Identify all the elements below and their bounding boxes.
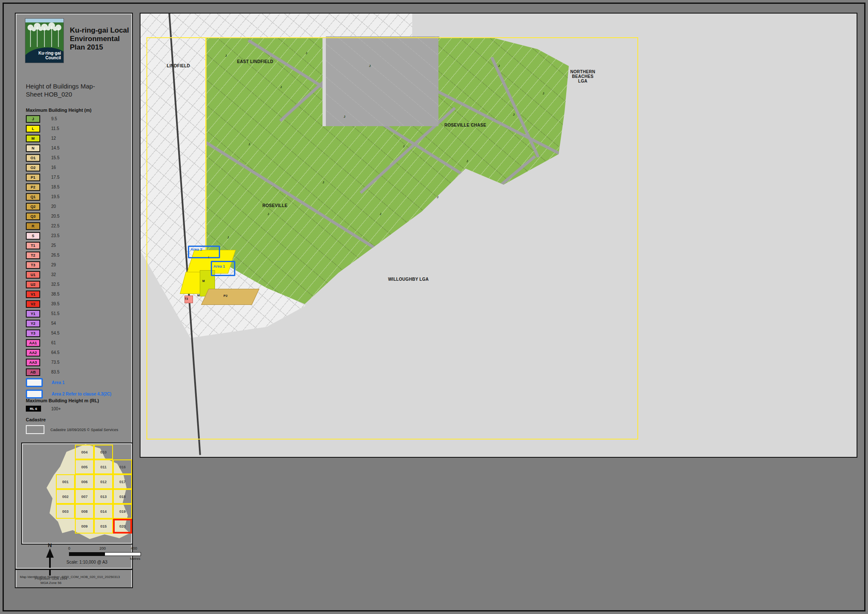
area2-swatch: [26, 390, 43, 398]
zone-label-l: L: [208, 256, 210, 259]
legend-value-Y1: 51.5: [51, 311, 59, 316]
inset-cell-010: 010: [94, 445, 113, 459]
legend-value-T2: 26.5: [51, 253, 59, 257]
legend-item-Y1: Y151.5: [26, 309, 127, 318]
legend-item-M: M12: [26, 133, 127, 143]
legend-swatch-T3: T3: [26, 261, 40, 269]
zone-letter-j: J: [225, 54, 227, 57]
council-logo: Ku·ring·gai Council: [25, 19, 63, 63]
sheet-title-line2: Sheet HOB_020: [26, 90, 95, 98]
legend-item-R: R22.5: [26, 221, 127, 231]
legend-item-L: L11.5: [26, 124, 127, 133]
legend-item-J: J9.5: [26, 114, 127, 124]
suburb-label-roseville-chase: ROSEVILLE CHASE: [444, 123, 486, 127]
logo-trees-icon: [25, 22, 63, 48]
zone-letter-j: J: [466, 160, 468, 163]
legend-value-U1: 32: [51, 272, 56, 277]
legend-item-V2: V239.5: [26, 299, 127, 309]
inset-cell-003: 003: [56, 504, 75, 519]
inset-cell-013: 013: [94, 489, 113, 504]
zone-label-m: M: [197, 294, 200, 297]
logo-text: Ku·ring·gai Council: [39, 51, 61, 60]
legend-item-AB: AB83.5: [26, 367, 127, 377]
legend-swatch-S: S: [26, 232, 40, 240]
page: Ku·ring·gai Council Ku-ring-gai Local En…: [0, 0, 868, 614]
legend-value-Q2: 20: [51, 204, 56, 209]
inset-cell-020: 020: [113, 519, 132, 534]
zone-label-t3: T3: [185, 297, 188, 300]
legend-value-N: 14.5: [51, 146, 59, 150]
legend-area1-label: Area 1: [52, 380, 65, 385]
legend-value-S: 23.5: [51, 233, 59, 238]
legend-value-Y3: 54.5: [51, 331, 59, 335]
zone-letter-j: J: [437, 196, 438, 199]
legend-item-area1: Area 1: [26, 377, 127, 388]
legend-swatch-U2: U2: [26, 281, 40, 288]
zone-letter-j: J: [513, 113, 515, 116]
legend-item-N: N14.5: [26, 143, 127, 153]
legend-item-AA3: AA373.5: [26, 357, 127, 367]
rl-heading: Maximum Building Height m (RL): [26, 398, 99, 403]
sheet-extent-boundary: [146, 37, 638, 440]
legend-item-V1: V138.5: [26, 289, 127, 299]
legend-swatch-V1: V1: [26, 290, 40, 298]
scalebar: [69, 552, 141, 556]
legend-value-V2: 39.5: [51, 301, 59, 306]
legend-item-U1: U132: [26, 270, 127, 279]
zone-label-m: M: [202, 279, 205, 282]
legend-item-cadastre: Cadastre 18/09/2025 © Spatial Services: [26, 425, 118, 434]
map-canvas: LINDFIELDEAST LINDFIELDROSEVILLEROSEVILL…: [140, 13, 857, 458]
inset-cell-011: 011: [94, 459, 113, 474]
legend-value-Q1: 19.5: [51, 194, 59, 199]
zone-letter-j: J: [369, 64, 371, 67]
area1-outline: [211, 261, 235, 276]
inset-cell-014: 014: [94, 504, 113, 519]
legend-list: J9.5L11.5M12N14.5O115.5O216P117.5P218.5Q…: [26, 114, 127, 400]
sidebar-divider: [16, 569, 132, 570]
lga-label-northern-beaches-lga: NORTHERN BEACHES LGA: [557, 69, 608, 83]
lga-label-willoughby-lga: WILLOUGHBY LGA: [372, 277, 444, 282]
inset-cell-015: 015: [94, 519, 113, 534]
legend-item-AA2: AA264.5: [26, 348, 127, 357]
legend-item-P2: P218.5: [26, 182, 127, 192]
legend-swatch-P2: P2: [26, 183, 40, 191]
legend-value-L: 11.5: [51, 126, 59, 131]
legend-value-P2: 18.5: [51, 185, 59, 189]
legend-swatch-Q3: Q3: [26, 213, 40, 220]
legend-area2-label: Area 2 Refer to clause 4.3(2C): [52, 392, 111, 396]
legend-item-T3: T329: [26, 260, 127, 270]
sheet-title: Height of Buildings Map- Sheet HOB_020: [26, 82, 95, 98]
legend-swatch-M: M: [26, 135, 40, 142]
legend-value-Q3: 20.5: [51, 214, 59, 218]
legend-value-Y2: 54: [51, 321, 56, 326]
scalebar-tick-0: 0: [68, 546, 70, 550]
legend-item-Y3: Y354.5: [26, 328, 127, 338]
inset-cell-007: 007: [75, 489, 94, 504]
legend-swatch-AA2: AA2: [26, 349, 40, 357]
zone-label-area-2: Area 2: [190, 247, 202, 252]
inset-cell-012: 012: [94, 474, 113, 489]
zone-letter-j: J: [248, 143, 250, 146]
north-arrow-stem: [49, 557, 51, 575]
legend-value-AA2: 64.5: [51, 350, 59, 355]
suburb-label-east-lindfield: EAST LINDFIELD: [237, 59, 273, 64]
legend-value-AA1: 61: [51, 340, 56, 345]
legend-item-T2: T226.5: [26, 250, 127, 260]
inset-cell-001: 001: [56, 474, 75, 489]
inset-cell-008: 008: [75, 504, 94, 519]
inset-cell-017: 017: [113, 474, 132, 489]
legend-value-T3: 29: [51, 263, 56, 267]
logo-sky-strip: [25, 19, 63, 22]
zone-label-area-1: Area 1: [213, 264, 225, 268]
zone-letter-j: J: [403, 145, 405, 148]
legend-swatch-Q1: Q1: [26, 193, 40, 201]
legend-swatch-AA3: AA3: [26, 359, 40, 366]
rl-value: 100+: [51, 407, 61, 411]
legend-swatch-T1: T1: [26, 242, 40, 249]
legend-swatch-Y2: Y2: [26, 320, 40, 327]
legend-item-P1: P117.5: [26, 172, 127, 182]
rl-swatch: RL 6: [26, 406, 41, 412]
zone-letter-j: J: [267, 213, 269, 216]
map-identification-number: Map Identification Number: 4850_COM_HOB_…: [20, 575, 128, 579]
legend-swatch-Y3: Y3: [26, 329, 40, 337]
